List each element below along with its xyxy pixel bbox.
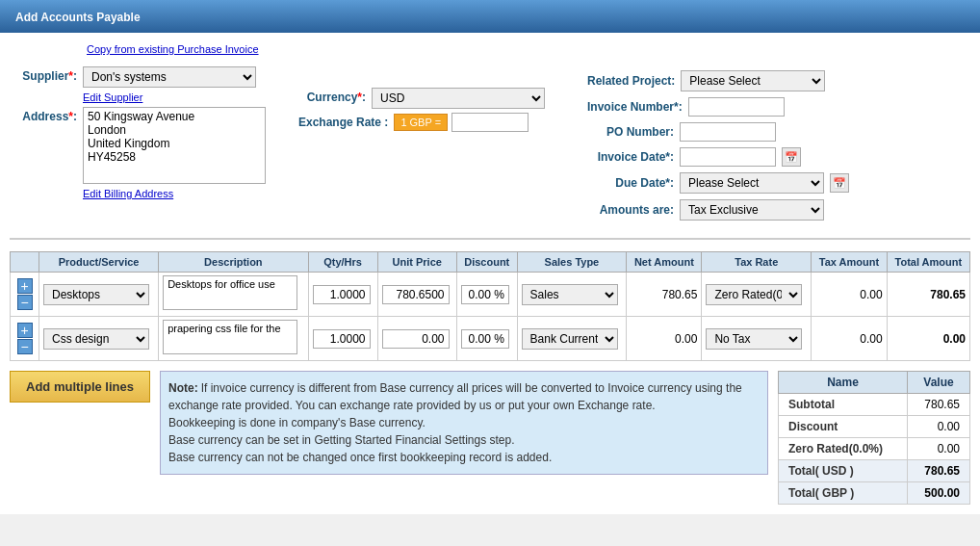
address-row: Address*: 50 Kingsway Avenue London Unit… (10, 107, 279, 184)
due-date-row: Due Date*: Please Select 📅 (587, 172, 970, 194)
col-add-remove (11, 252, 39, 273)
col-unit-price: Unit Price (377, 252, 456, 273)
col-tax-amount: Tax Amount (812, 252, 888, 273)
exchange-rate-wrapper: 1 GBP = 1.5613 (394, 113, 529, 132)
col-description: Description (159, 252, 308, 273)
row1-add-remove: + − (11, 273, 39, 317)
table-section: Product/Service Description Qty/Hrs Unit… (10, 251, 970, 361)
summary-subtotal-value: 780.65 (908, 394, 970, 416)
right-col: Related Project: Please Select Invoice N… (587, 66, 970, 226)
row1-sales-type-cell: Sales (517, 273, 627, 317)
supplier-label: Supplier*: (10, 66, 77, 83)
invoice-number-row: Invoice Number*: (587, 97, 970, 117)
summary-zero-rated-value: 0.00 (908, 438, 970, 460)
row1-sales-type-select[interactable]: Sales (522, 284, 618, 305)
po-number-input[interactable] (680, 122, 776, 142)
invoice-date-input[interactable]: 12/17/2010 (680, 147, 776, 167)
summary-zero-rated-label: Zero Rated(0.0%) (779, 438, 908, 460)
related-project-select[interactable]: Please Select (681, 70, 825, 91)
currency-label: Currency*: (298, 88, 366, 104)
summary-total-usd-value: 780.65 (908, 460, 970, 482)
row2-add-remove: + − (11, 317, 39, 361)
supplier-select[interactable]: Don's systems (83, 66, 256, 88)
row1-tax-amount: 0.00 (812, 273, 888, 317)
po-number-label: PO Number: (587, 125, 674, 139)
summary-discount-value: 0.00 (908, 416, 970, 438)
edit-billing-link[interactable]: Edit Billing Address (83, 188, 173, 199)
section-divider (10, 238, 970, 240)
row1-product-select[interactable]: Desktops (43, 284, 149, 305)
edit-supplier-row: Edit Supplier (10, 91, 279, 103)
row1-product-cell: Desktops (39, 273, 159, 317)
row1-price-cell (377, 273, 456, 317)
row1-discount-cell (456, 273, 517, 317)
summary-table: Name Value Subtotal 780.65 Discount 0.00 (778, 371, 970, 505)
row1-add-btn[interactable]: + (17, 278, 33, 294)
row2-sales-type-select[interactable]: Bank Current Accou (522, 328, 618, 350)
row1-qty-input[interactable] (313, 285, 371, 304)
invoice-date-row: Invoice Date*: 12/17/2010 📅 (587, 147, 970, 167)
due-date-calendar-icon[interactable]: 📅 (830, 173, 849, 193)
copy-link[interactable]: Copy from existing Purchase Invoice (87, 43, 259, 55)
exchange-rate-label: Exchange Rate : (298, 113, 388, 129)
page-header: Add Accounts Payable (0, 0, 980, 33)
row1-net-amount: 780.65 (627, 273, 702, 317)
supplier-row: Supplier*: Don's systems (10, 66, 279, 88)
row2-desc-cell: prapering css file for the (159, 317, 308, 361)
row2-discount-cell (456, 317, 517, 361)
exchange-rate-input[interactable]: 1.5613 (451, 113, 529, 132)
items-table: Product/Service Description Qty/Hrs Unit… (10, 251, 970, 361)
summary-col-name: Name (779, 372, 908, 394)
row1-remove-btn[interactable]: − (17, 295, 33, 310)
po-number-row: PO Number: (587, 122, 970, 142)
due-date-label: Due Date*: (587, 176, 674, 190)
summary-discount-label: Discount (779, 416, 908, 438)
summary-discount-row: Discount 0.00 (779, 416, 970, 438)
row1-desc-textarea[interactable]: Desktops for office use (163, 275, 297, 310)
invoice-date-calendar-icon[interactable]: 📅 (782, 147, 801, 167)
col-discount: Discount (456, 252, 517, 273)
add-multiple-wrapper: Add multiple lines (10, 371, 150, 403)
col-tax-rate: Tax Rate (702, 252, 812, 273)
edit-supplier-link[interactable]: Edit Supplier (83, 91, 142, 103)
page-title: Add Accounts Payable (15, 11, 141, 24)
summary-wrapper: Name Value Subtotal 780.65 Discount 0.00 (778, 371, 970, 505)
row2-product-select[interactable]: Css design (43, 328, 149, 350)
address-textarea[interactable]: 50 Kingsway Avenue London United Kingdom… (83, 107, 266, 184)
amounts-are-label: Amounts are: (587, 203, 674, 217)
related-project-label: Related Project: (587, 74, 675, 88)
currency-col: Currency*: USD Exchange Rate : 1 GBP = 1… (298, 66, 568, 226)
row2-desc-textarea[interactable]: prapering css file for the (163, 320, 297, 354)
supplier-address-col: Supplier*: Don's systems Edit Supplier A… (10, 66, 279, 226)
row2-remove-btn[interactable]: − (17, 339, 33, 354)
row2-total-amount: 0.00 (887, 317, 969, 361)
row2-qty-cell (308, 317, 377, 361)
summary-total-gbp-label: Total( GBP ) (779, 482, 908, 505)
row1-tax-rate-select[interactable]: Zero Rated(0.0%) (706, 284, 802, 305)
row2-discount-input[interactable] (461, 329, 509, 349)
invoice-number-input[interactable] (688, 97, 785, 117)
row2-qty-input[interactable] (313, 329, 371, 349)
amounts-are-select[interactable]: Tax Exclusive Tax Inclusive No Tax (680, 199, 824, 221)
summary-total-gbp-row: Total( GBP ) 500.00 (779, 482, 970, 505)
row2-tax-rate-cell: No Tax (702, 317, 812, 361)
table-row: + − Css design prapering css file for th… (11, 317, 970, 361)
row2-price-input[interactable] (382, 329, 450, 349)
add-multiple-button[interactable]: Add multiple lines (10, 371, 150, 403)
summary-total-usd-label: Total( USD ) (779, 460, 908, 482)
row1-price-input[interactable] (382, 285, 450, 304)
due-date-select[interactable]: Please Select (680, 172, 824, 194)
row1-discount-input[interactable] (461, 285, 509, 304)
row1-total-amount: 780.65 (887, 273, 969, 317)
note-box: Note: If invoice currency is different f… (160, 371, 768, 475)
row1-tax-rate-cell: Zero Rated(0.0%) (702, 273, 812, 317)
col-sales-type: Sales Type (517, 252, 627, 273)
currency-select[interactable]: USD (372, 88, 545, 109)
row2-tax-rate-select[interactable]: No Tax (706, 328, 802, 350)
summary-total-usd-row: Total( USD ) 780.65 (779, 460, 970, 482)
col-total-amount: Total Amount (887, 252, 969, 273)
summary-total-gbp-value: 500.00 (908, 482, 970, 505)
main-content: Copy from existing Purchase Invoice Supp… (0, 33, 980, 514)
row2-add-btn[interactable]: + (17, 323, 33, 338)
bottom-section: Add multiple lines Note: If invoice curr… (10, 371, 970, 505)
